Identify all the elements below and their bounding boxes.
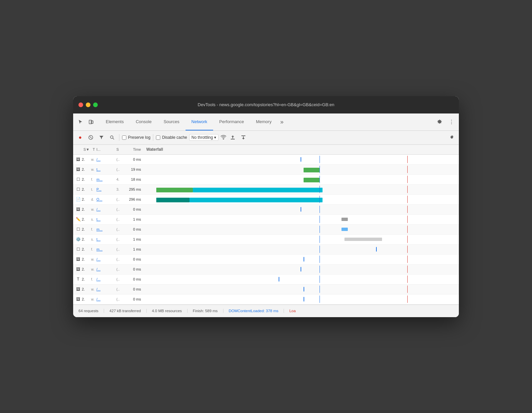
devtools-panel: Elements Console Sources Network Perform… [73,113,459,317]
cursor-icon[interactable] [76,117,85,126]
col-size-header[interactable]: S [116,147,124,151]
row-type: d. [91,198,96,201]
svg-rect-8 [241,135,245,136]
row-type: s. [91,238,96,241]
tab-sources[interactable]: Sources [158,113,186,130]
table-row[interactable]: 🖼 2. w. /... (.. 0 ms [73,205,459,215]
row-time: 0 ms [124,267,144,271]
row-type: t. [91,188,96,191]
search-icon[interactable] [108,133,116,142]
disable-cache-checkbox[interactable]: Disable cache [156,135,187,140]
row-name[interactable]: t... [96,167,116,171]
row-name[interactable]: O... [96,197,116,201]
table-row[interactable]: 🖼 2. w. /... (.. 0 ms [73,155,459,165]
row-type-icon: ⚙️ [74,236,82,243]
close-button[interactable] [78,103,83,107]
preserve-log-checkbox[interactable]: Preserve log [122,135,150,140]
row-size: (.. [116,207,124,211]
table-row[interactable]: ☐ 2. f. m... (.. 0 ms [73,225,459,235]
row-status: 2. [82,227,91,231]
tab-icon-group [76,117,96,126]
row-size: (.. [116,167,124,171]
row-name[interactable]: /... [96,157,116,161]
table-row[interactable]: ✏️ 2. s. t... (.. 1 ms [73,215,459,225]
row-time: 18 ms [124,177,144,181]
row-name[interactable]: /... [96,267,116,271]
network-table: 🖼 2. w. /... (.. 0 ms 🖼 2. w. t... (.. 1… [73,155,459,305]
col-time-header[interactable]: Time [124,147,144,151]
upload-icon[interactable] [228,133,237,142]
col-status-header[interactable]: S▼ [82,147,91,151]
row-time: 0 ms [124,227,144,231]
disable-cache-input[interactable] [156,135,160,140]
row-type-icon: 🖼 [74,166,82,173]
row-waterfall [144,266,458,273]
download-icon[interactable] [239,133,248,142]
table-row[interactable]: 🖼 2. w. /... (.. 0 ms [73,265,459,275]
table-row[interactable]: 🖼 2. w. /... (.. 0 ms [73,285,459,295]
row-name[interactable]: /... [96,207,116,211]
row-size: (.. [116,297,124,301]
col-waterfall-header[interactable]: Waterfall [144,147,458,152]
col-type-header[interactable]: T [91,147,96,151]
svg-rect-1 [91,121,93,123]
column-headers: S▼ T I... S Time Waterfall [73,145,459,155]
row-name[interactable]: t... [96,217,116,221]
table-row[interactable]: T 2. f. /... (.. 0 ms [73,275,459,285]
row-type-icon: 🖼 [74,266,82,273]
table-row[interactable]: ⚙️ 2. s. t... (.. 1 ms [73,235,459,245]
minimize-button[interactable] [86,103,90,107]
window-title: DevTools - news.google.com/topstories?hl… [198,102,334,107]
row-name[interactable]: P... [96,187,116,191]
finish-time: Finish: 589 ms [193,309,223,313]
throttle-selector[interactable]: No throttling ▾ [189,134,219,141]
table-row[interactable]: ☐ 2. t. P... 3. 295 ms [73,185,459,195]
row-name[interactable]: /... [96,257,116,261]
svg-rect-7 [231,139,235,139]
record-button[interactable]: ● [76,133,84,142]
filter-icon[interactable] [97,133,106,142]
row-waterfall [144,196,458,203]
table-row[interactable]: 📄 2. d. O... (.. 296 ms [73,195,459,205]
traffic-lights [78,103,98,107]
tab-network[interactable]: Network [186,113,213,130]
row-status: 2. [82,297,91,301]
row-name[interactable]: /... [96,277,116,281]
settings-icon[interactable] [435,117,444,126]
row-name[interactable]: m... [96,227,116,231]
network-settings-icon[interactable] [448,133,456,142]
tab-memory[interactable]: Memory [250,113,278,130]
row-waterfall [144,296,458,303]
row-type-icon: 🖼 [74,286,82,293]
toolbar-divider-2 [153,134,153,141]
tab-console[interactable]: Console [130,113,158,130]
row-type: w. [91,268,96,271]
row-size: (.. [116,227,124,231]
more-tabs-button[interactable]: » [278,118,286,125]
col-name-header[interactable]: I... [96,147,116,151]
tabs-list: Elements Console Sources Network Perform… [100,113,435,130]
tab-elements[interactable]: Elements [100,113,130,130]
row-name[interactable]: /... [96,287,116,291]
maximize-button[interactable] [93,103,98,107]
row-waterfall [144,176,458,183]
more-options-icon[interactable]: ⋮ [447,117,456,126]
table-row[interactable]: ☐ 2. f. m... (.. 1 ms [73,245,459,255]
table-row[interactable]: 🖼 2. w. t... (.. 19 ms [73,165,459,175]
tab-performance[interactable]: Performance [213,113,250,130]
row-name[interactable]: t... [96,237,116,241]
table-row[interactable]: ☐ 2. f. m... 4. 18 ms [73,175,459,185]
tab-bar-right: ⋮ [435,117,456,126]
row-type: w. [91,288,96,291]
load-event: Loa [289,309,301,313]
status-bar: 64 requests 427 kB transferred 4.0 MB re… [73,305,459,317]
row-type: f. [91,278,96,281]
clear-button[interactable] [86,133,95,142]
table-row[interactable]: 🖼 2. w. /... (.. 0 ms [73,255,459,265]
preserve-log-input[interactable] [122,135,126,140]
device-icon[interactable] [86,117,96,126]
row-name[interactable]: m... [96,247,116,251]
row-name[interactable]: m... [96,177,116,181]
table-row[interactable]: 🖼 2. w. /... (.. 0 ms [73,295,459,305]
row-name[interactable]: /... [96,297,116,301]
